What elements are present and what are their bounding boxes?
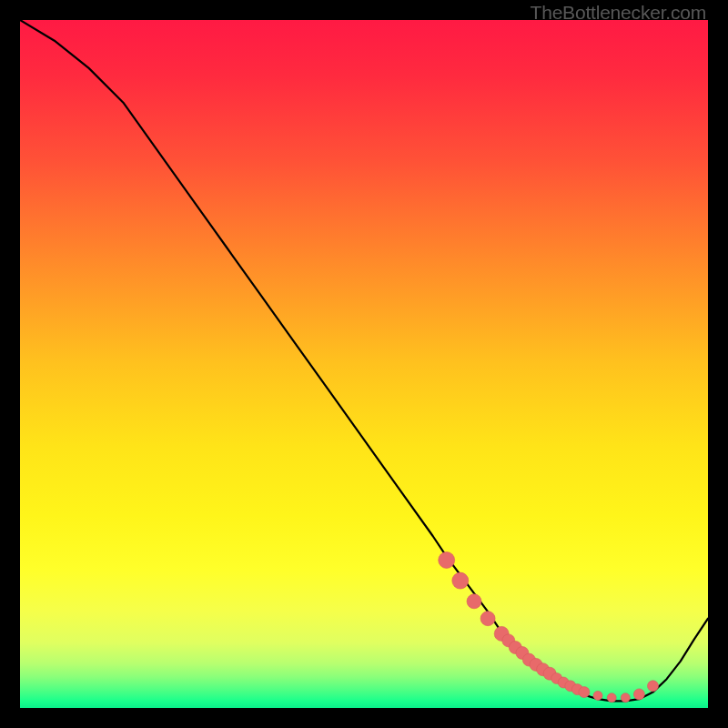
gradient-bg (20, 20, 708, 708)
curve-marker (579, 687, 590, 698)
curve-marker (452, 572, 469, 589)
watermark-text: TheBottlenecker.com (531, 2, 706, 24)
curve-marker (648, 681, 659, 692)
curve-marker (633, 689, 644, 700)
curve-marker (593, 691, 602, 700)
curve-marker (439, 552, 455, 569)
curve-marker (607, 693, 616, 703)
bottleneck-chart (20, 20, 708, 708)
curve-marker (467, 594, 481, 609)
chart-frame (20, 20, 708, 708)
curve-marker (480, 612, 495, 626)
curve-marker (621, 693, 630, 703)
